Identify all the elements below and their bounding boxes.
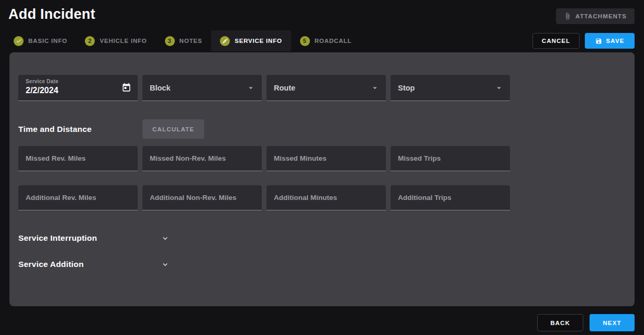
tab-basic-info[interactable]: BASIC INFO (8, 30, 76, 51)
service-info-form-card: Service Date 2/2/2024 Block Route Stop T… (9, 52, 635, 306)
time-distance-heading: Time and Distance (18, 125, 142, 134)
additional-rev-miles-input[interactable] (18, 185, 138, 210)
additional-minutes-input[interactable] (267, 185, 386, 210)
additional-non-rev-miles-input[interactable] (142, 185, 262, 210)
paperclip-icon (564, 13, 571, 20)
chevron-down-icon[interactable] (161, 234, 170, 243)
missed-inputs-row (18, 146, 626, 171)
service-date-field[interactable]: Service Date 2/2/2024 (18, 75, 138, 101)
wizard-footer: BACK NEXT (0, 306, 644, 331)
dropdown-arrow-icon (370, 83, 380, 93)
additional-inputs-row (18, 185, 626, 210)
step-2-badge: 2 (85, 36, 95, 46)
route-select-label: Route (274, 84, 295, 92)
step-3-badge: 3 (165, 36, 175, 46)
tab-label: BASIC INFO (28, 38, 67, 44)
header-actions: CANCEL SAVE (532, 30, 635, 51)
tab-bar: BASIC INFO 2 VEHICLE INFO 3 NOTES SERVIC… (0, 30, 644, 51)
missed-non-rev-miles-input[interactable] (142, 146, 262, 171)
page-title: Add Incident (8, 6, 95, 23)
cancel-button[interactable]: CANCEL (532, 33, 580, 49)
calculate-button[interactable]: CALCULATE (142, 119, 204, 139)
next-button[interactable]: NEXT (590, 314, 635, 331)
service-addition-heading: Service Addition (18, 260, 161, 269)
chevron-down-icon[interactable] (161, 260, 170, 269)
edit-icon (220, 36, 230, 46)
tab-service-info[interactable]: SERVICE INFO (211, 30, 291, 51)
service-date-value: 2/2/2024 (26, 86, 131, 95)
additional-trips-input[interactable] (391, 185, 510, 210)
service-location-row: Service Date 2/2/2024 Block Route Stop (18, 75, 626, 101)
service-interruption-heading: Service Interruption (18, 233, 161, 243)
save-icon (595, 38, 602, 44)
service-addition-toggle[interactable]: Service Addition (18, 260, 626, 269)
tab-notes[interactable]: 3 NOTES (156, 30, 212, 51)
missed-trips-input[interactable] (391, 146, 510, 171)
tab-label: VEHICLE INFO (99, 38, 147, 44)
tab-label: SERVICE INFO (235, 38, 282, 44)
route-select[interactable]: Route (267, 75, 386, 101)
tab-vehicle-info[interactable]: 2 VEHICLE INFO (76, 30, 156, 51)
dropdown-arrow-icon (246, 83, 256, 93)
missed-minutes-input[interactable] (267, 146, 386, 171)
attachments-button[interactable]: ATTACHMENTS (556, 8, 635, 24)
save-label: SAVE (606, 38, 625, 44)
service-interruption-toggle[interactable]: Service Interruption (18, 233, 626, 243)
wizard-steps: BASIC INFO 2 VEHICLE INFO 3 NOTES SERVIC… (8, 30, 361, 51)
save-button[interactable]: SAVE (585, 33, 635, 49)
topbar: Add Incident ATTACHMENTS (0, 0, 644, 30)
service-date-label: Service Date (26, 79, 131, 84)
dropdown-arrow-icon (494, 83, 504, 93)
step-5-badge: 5 (300, 36, 310, 46)
time-distance-row: Time and Distance CALCULATE (18, 119, 626, 139)
block-select-label: Block (150, 84, 171, 92)
stop-select[interactable]: Stop (391, 75, 510, 101)
stop-select-label: Stop (398, 84, 415, 92)
attachments-label: ATTACHMENTS (575, 13, 627, 19)
block-select[interactable]: Block (142, 75, 262, 101)
missed-rev-miles-input[interactable] (18, 146, 138, 171)
calendar-icon[interactable] (121, 83, 131, 93)
tab-roadcall[interactable]: 5 ROADCALL (291, 30, 361, 51)
check-icon (14, 36, 24, 46)
tab-label: ROADCALL (315, 38, 352, 44)
tab-label: NOTES (180, 38, 203, 44)
back-button[interactable]: BACK (537, 314, 583, 331)
